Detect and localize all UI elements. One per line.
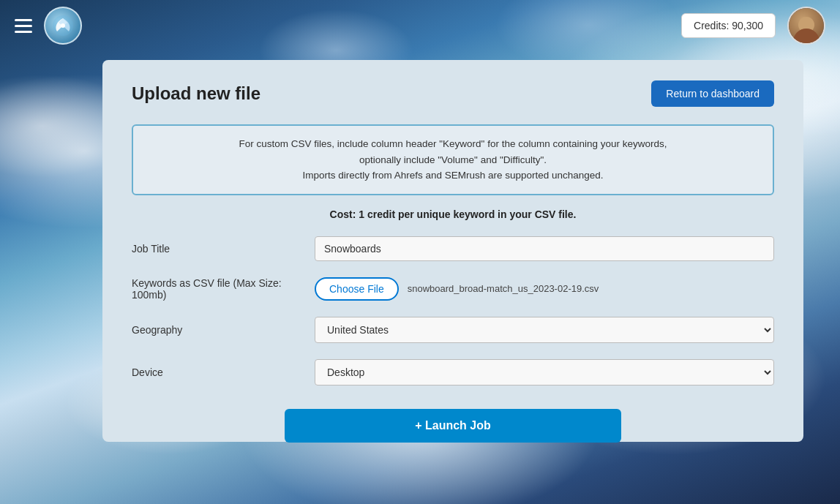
csv-file-label: Keywords as CSV file (Max Size: 100mb) — [132, 277, 315, 301]
card-header: Upload new file Return to dashboard — [132, 80, 774, 107]
launch-job-button[interactable]: + Launch Job — [285, 409, 621, 443]
upload-card: Upload new file Return to dashboard For … — [102, 60, 803, 442]
page-title: Upload new file — [132, 83, 260, 104]
device-label: Device — [132, 366, 315, 378]
info-box: For custom CSV files, include column hea… — [132, 124, 774, 195]
job-title-input[interactable] — [315, 236, 774, 261]
choose-file-button[interactable]: Choose File — [315, 277, 399, 301]
device-wrapper: Desktop Mobile Tablet — [315, 359, 774, 385]
csv-file-wrapper: Choose File snowboard_broad-match_us_202… — [315, 277, 774, 301]
job-title-label: Job Title — [132, 243, 315, 255]
logo — [44, 7, 82, 45]
job-title-row: Job Title — [132, 236, 774, 261]
info-line-2: optionally include "Volume" and "Difficu… — [151, 152, 755, 168]
job-title-wrapper — [315, 236, 774, 261]
avatar[interactable] — [787, 7, 825, 45]
svg-point-1 — [61, 23, 65, 28]
nav-left — [15, 7, 82, 45]
geography-wrapper: United States United Kingdom Canada Aust… — [315, 317, 774, 343]
csv-file-row: Keywords as CSV file (Max Size: 100mb) C… — [132, 277, 774, 301]
nav-right: Credits: 90,300 — [681, 7, 825, 45]
info-line-3: Imports directly from Ahrefs and SEMrush… — [151, 168, 755, 184]
menu-button[interactable] — [15, 19, 32, 33]
info-line-1: For custom CSV files, include column hea… — [151, 136, 755, 152]
device-row: Device Desktop Mobile Tablet — [132, 359, 774, 385]
geography-label: Geography — [132, 324, 315, 336]
device-select[interactable]: Desktop Mobile Tablet — [315, 359, 774, 385]
avatar-image — [789, 8, 824, 43]
return-to-dashboard-button[interactable]: Return to dashboard — [651, 80, 774, 107]
navbar: Credits: 90,300 — [0, 0, 840, 51]
geography-select[interactable]: United States United Kingdom Canada Aust… — [315, 317, 774, 343]
file-input-group: Choose File snowboard_broad-match_us_202… — [315, 277, 774, 301]
selected-file-name: snowboard_broad-match_us_2023-02-19.csv — [408, 283, 599, 294]
geography-row: Geography United States United Kingdom C… — [132, 317, 774, 343]
credits-display: Credits: 90,300 — [681, 13, 776, 38]
cost-text: Cost: 1 credit per unique keyword in you… — [132, 208, 774, 220]
